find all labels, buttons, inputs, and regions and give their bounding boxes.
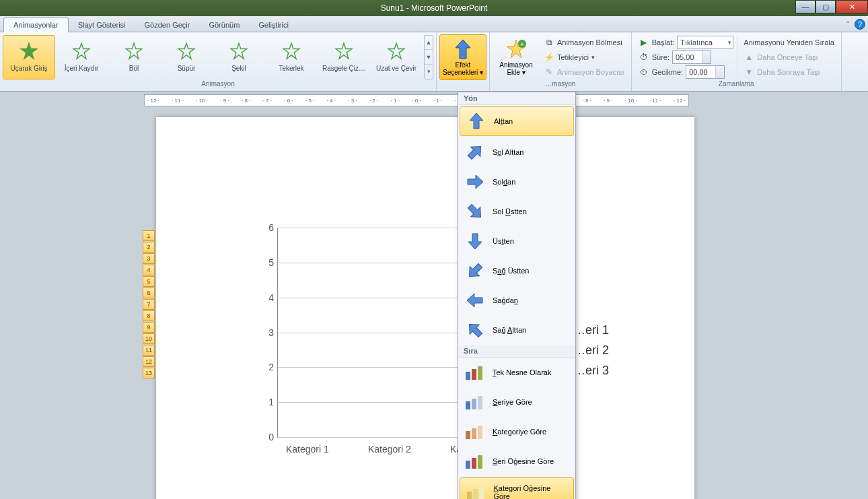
gallery-item-label: Şekil [231,65,246,72]
anim-tag[interactable]: 12 [143,356,155,367]
reorder-label: Animasyonu Yeniden Sırala [744,36,834,49]
animation-gallery: Uçarak Girişİçeri KaydırBölSüpürŞekilTek… [3,35,423,79]
group-animation: Uçarak Girişİçeri KaydırBölSüpürŞekilTek… [0,32,437,91]
star-icon [229,42,248,63]
window-title: Sunu1 - Microsoft PowerPoint [381,3,488,13]
chevron-down-icon: ▾ [480,69,483,76]
anim-tag[interactable]: 2 [143,242,155,253]
tab-animasyonlar[interactable]: Animasyonlar [3,18,69,32]
sequence-item-0[interactable]: Tek Nesne Olarak [458,358,575,387]
anim-tag[interactable]: 10 [143,333,155,344]
arrow-upright-icon [464,141,486,163]
anim-tag[interactable]: 4 [143,265,155,275]
delay-spinner[interactable]: 00,00 [686,65,725,79]
gallery-item-3[interactable]: Süpür [160,35,213,79]
star-icon [334,42,353,63]
close-button[interactable]: ✕ [836,0,868,13]
tab-gorunum[interactable]: Görünüm [199,18,249,32]
help-icon[interactable]: ? [855,19,865,30]
svg-marker-6 [336,43,352,59]
direction-item-4[interactable]: Üstten [458,226,575,256]
start-combo[interactable]: Tıklatınca [677,36,733,49]
arrow-down-icon [464,230,486,252]
y-tick: 5 [268,257,274,268]
direction-item-5[interactable]: Sağ Üstten [458,256,575,286]
direction-item-3[interactable]: Sol Üstten [458,197,575,226]
gallery-item-4[interactable]: Şekil [213,35,265,79]
direction-item-7[interactable]: Sağ Alttan [458,315,575,345]
gallery-item-0[interactable]: Uçarak Giriş [3,35,55,79]
gallery-item-2[interactable]: Böl [108,35,160,79]
delay-label: Gecikme: [652,68,683,76]
tab-gelistirici[interactable]: Geliştirici [249,18,298,32]
ribbon-collapse-icon[interactable]: ⌃ [845,20,851,28]
svg-marker-8 [456,40,470,59]
anim-tag[interactable]: 13 [143,368,155,378]
animation-painter-button[interactable]: ✎Animasyon Boyacısı [544,65,624,79]
svg-marker-14 [468,175,483,189]
gallery-item-7[interactable]: Uzat ve Çevir [370,35,423,79]
anim-tag[interactable]: 5 [143,276,155,287]
maximize-button[interactable]: ▢ [816,0,836,13]
anim-tag[interactable]: 7 [143,299,155,310]
gallery-down-icon[interactable]: ▼ [425,50,433,65]
titlebar: Sunu1 - Microsoft PowerPoint — ▢ ✕ [0,0,868,16]
minimize-button[interactable]: — [795,0,816,13]
sequence-item-label: Seri Öğesine Göre [493,457,554,465]
sequence-item-3[interactable]: Seri Öğesine Göre [458,446,575,476]
sequence-item-4[interactable]: Kategori Öğesine Göre [460,477,574,499]
direction-item-1[interactable]: Sol Alttan [458,137,575,167]
animation-pane-button[interactable]: ⧉Animasyon Bölmesi [544,36,624,49]
svg-marker-15 [465,201,485,222]
x-label: Kategori 1 [286,444,329,455]
effect-options-button[interactable]: Efekt Seçenekleri ▾ [439,34,486,80]
anim-tag[interactable]: 1 [143,230,155,241]
chevron-down-icon: ▾ [591,54,595,61]
sequence-item-2[interactable]: Kategoriye Göre [458,417,575,446]
start-icon: ▶ [639,37,649,48]
arrow-left-icon [464,290,486,311]
direction-item-2[interactable]: Soldan [458,167,575,197]
anim-tag[interactable]: 6 [143,288,155,298]
chevron-down-icon: ▾ [522,69,526,76]
y-tick: 4 [268,292,274,303]
gallery-more-icon[interactable]: ▾ [425,65,433,79]
gallery-up-icon[interactable]: ▲ [425,36,433,51]
gallery-scroll[interactable]: ▲ ▼ ▾ [424,35,433,79]
direction-item-0[interactable]: Alttan [460,106,574,136]
add-animation-button[interactable]: + Animasyon Ekle ▾ [493,34,540,80]
direction-item-label: Üstten [493,237,514,245]
effect-options-icon [451,38,474,61]
direction-item-6[interactable]: Sağdan [458,286,575,315]
x-label: Kategori 2 [368,444,411,455]
direction-item-label: Soldan [493,178,515,186]
add-animation-label2: Ekle [507,69,519,76]
sequence-item-1[interactable]: Seriye Göre [458,387,575,417]
anim-tag[interactable]: 3 [143,253,155,264]
anim-tag[interactable]: 11 [143,345,155,356]
window-controls: — ▢ ✕ [795,0,868,13]
svg-marker-13 [465,141,485,162]
gallery-item-1[interactable]: İçeri Kaydır [55,35,108,79]
slide[interactable]: 12345678910111213 0123456Kategori 1Kateg… [156,117,694,499]
up-triangle-icon: ▲ [744,52,754,63]
tab-gozden-gecir[interactable]: Gözden Geçir [135,18,200,32]
svg-marker-19 [464,319,484,339]
move-later-button[interactable]: ▼Daha Sonraya Taşı [744,65,834,79]
star-icon [177,42,196,63]
gallery-item-6[interactable]: Rasgele Çiz… [318,35,370,79]
menu-section-direction: Yön [458,92,575,105]
anim-tag[interactable]: 9 [143,322,155,333]
duration-spinner[interactable]: 05,00 [672,51,711,64]
move-earlier-button[interactable]: ▲Daha Önceye Taşı [744,51,834,64]
direction-item-label: Sol Üstten [493,207,527,215]
svg-marker-2 [126,43,142,59]
arrow-right-icon [464,171,486,193]
sequence-item-label: Seriye Göre [493,398,532,406]
anim-tag[interactable]: 8 [143,310,155,321]
direction-item-label: Sağ Üstten [493,267,529,275]
trigger-button[interactable]: ⚡Tetikleyici ▾ [544,51,624,64]
horizontal-ruler: · 12 ·· 11 ·· 10 ·· 9 ·· 8 ·· 7 ·· 6 ·· … [144,94,689,106]
gallery-item-5[interactable]: Tekerlek [265,35,318,79]
tab-slayt-gosterisi[interactable]: Slayt Gösterisi [69,18,135,32]
